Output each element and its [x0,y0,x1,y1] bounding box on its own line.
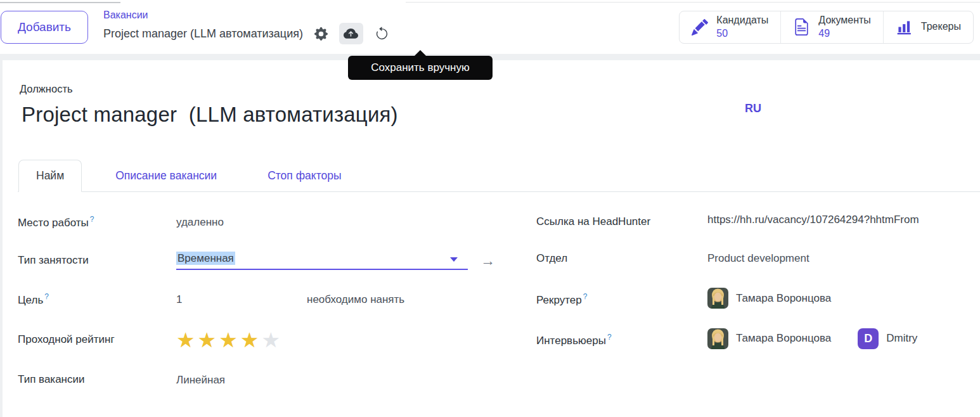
help-question-icon[interactable]: ? [583,292,588,301]
field-passing-rating: Проходной рейтинг ★★★★★ [18,327,536,352]
recruiter-chip[interactable]: Тамара Воронцова [707,288,980,309]
fields-right-column: Ссылка на HeadHunter https://hh.ru/vacan… [536,211,980,407]
interviewer-initial-avatar: D [858,328,879,349]
vacancy-type-label: Тип вакансии [18,373,176,387]
tab-stop-factors[interactable]: Стоп факторы [250,160,358,191]
tab-hiring[interactable]: Найм [18,160,82,192]
help-question-icon[interactable]: ? [44,292,49,301]
position-field-label: Должность [20,83,980,95]
fields-left-column: Место работы? удаленно Тип занятости Вре… [18,211,536,407]
save-manually-button[interactable] [339,23,363,44]
page-title[interactable]: Project manager (LLM автоматизация) [22,103,980,127]
target-value[interactable]: 1 [176,293,307,306]
passing-rating-label: Проходной рейтинг [18,333,176,347]
field-hh-link: Ссылка на HeadHunter https://hh.ru/vacan… [536,211,980,233]
top-divider-left [0,2,120,3]
target-suffix: необходимо нанять [307,293,404,305]
field-employment-type: Тип занятости Временная → [18,250,536,272]
field-workplace: Место работы? удаленно [18,211,536,233]
bar-chart-icon [896,18,913,35]
control-panel: Добавить Вакансии Project manager (LLM а… [0,0,980,54]
field-vacancy-type: Тип вакансии Линейная [18,369,536,391]
document-icon [793,18,810,35]
internal-link-arrow-icon[interactable]: → [480,253,495,268]
interviewers-label: Интервьюеры [536,334,606,346]
discard-changes-button[interactable] [373,25,390,42]
breadcrumb-parent-link[interactable]: Вакансии [103,10,390,21]
department-label: Отдел [536,248,707,269]
employment-type-input[interactable]: Временная [176,252,468,270]
pencil-icon [692,19,708,35]
hh-link-label: Ссылка на HeadHunter [536,211,707,232]
stat-button-trackers[interactable]: Трекеры [884,11,973,43]
gear-icon [314,27,328,41]
form-sheet: Должность Project manager (LLM автоматиз… [3,60,980,417]
undo-icon [375,27,389,41]
recruiter-label: Рекрутер [536,294,582,306]
interviewer-chip[interactable]: Тамара Воронцова [707,328,831,349]
field-department: Отдел Product development [536,247,980,269]
breadcrumb: Вакансии Project manager (LLM автоматиза… [103,10,390,44]
stat-button-group: Кандидаты 50 Документы 49 Трекеры [679,11,974,44]
hh-link-value[interactable]: https://hh.ru/vacancy/107264294?hhtmFrom [707,214,980,226]
interviewer-name: Dmitry [886,332,917,345]
stat-label: Кандидаты [716,14,768,27]
field-interviewers: Интервьюеры? Тамара Воронцова D Dmitry [536,327,980,351]
vacancy-type-value[interactable]: Линейная [176,374,536,387]
chevron-down-icon[interactable] [450,257,458,262]
language-link[interactable]: RU [745,102,761,115]
target-label: Цель [18,293,43,305]
settings-button[interactable] [313,26,329,42]
department-value[interactable]: Product development [707,252,980,265]
star-rating-widget[interactable]: ★★★★★ [176,330,536,350]
workplace-label: Место работы [18,216,89,228]
employment-type-label: Тип занятости [18,253,176,268]
breadcrumb-current: Project manager (LLM автоматизация) [103,27,303,41]
star-icon[interactable]: ★ [240,328,262,352]
star-icon[interactable]: ★ [219,328,240,352]
field-target: Цель? 1необходимо нанять [18,288,536,311]
help-question-icon[interactable]: ? [607,333,612,342]
employment-type-selected-text: Временная [176,252,235,265]
tab-bar: Найм Описание вакансии Стоп факторы [18,160,980,192]
help-question-icon[interactable]: ? [90,215,94,224]
stat-label: Трекеры [921,20,961,34]
star-icon[interactable]: ★ [198,328,219,352]
interviewer-chip[interactable]: D Dmitry [858,328,917,349]
stat-button-documents[interactable]: Документы 49 [781,11,883,43]
top-divider-right [406,2,980,3]
stat-label: Документы [818,14,870,27]
tab-job-description[interactable]: Описание вакансии [98,160,234,191]
field-recruiter: Рекрутер? Тамара Воронцова [536,286,980,311]
workplace-value[interactable]: удаленно [176,216,536,229]
star-icon[interactable]: ★ [176,328,198,352]
recruiter-name: Тамара Воронцова [736,292,831,305]
cloud-upload-icon [344,27,358,41]
add-button[interactable]: Добавить [1,11,88,44]
tab-content: Место работы? удаленно Тип занятости Вре… [18,211,980,407]
stat-count: 49 [818,27,830,41]
stat-count: 50 [716,27,728,41]
interviewer-avatar [707,328,728,349]
stat-button-candidates[interactable]: Кандидаты 50 [680,11,781,43]
recruiter-avatar [707,288,728,309]
star-icon[interactable]: ★ [261,328,283,352]
save-tooltip: Сохранить вручную [348,56,493,80]
interviewer-name: Тамара Воронцова [736,332,831,345]
